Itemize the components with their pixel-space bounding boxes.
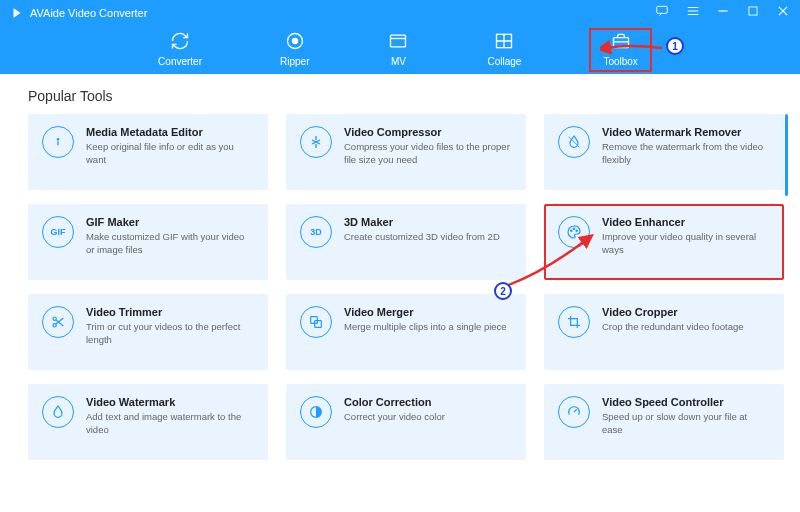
close-icon[interactable] [776, 4, 790, 21]
tool-card-video-cropper[interactable]: Video CropperCrop the redundant video fo… [544, 294, 784, 370]
card-title: 3D Maker [344, 216, 500, 228]
tool-card-color-correction[interactable]: Color CorrectionCorrect your video color [286, 384, 526, 460]
scissors-icon [42, 306, 74, 338]
card-title: Video Watermark Remover [602, 126, 770, 138]
feedback-icon[interactable] [654, 4, 670, 21]
card-body: GIF MakerMake customized GIF with your v… [86, 216, 254, 268]
tab-mv[interactable]: MV [377, 28, 419, 72]
card-desc: Make customized GIF with your video or i… [86, 231, 254, 257]
section-title: Popular Tools [0, 74, 800, 114]
app-title: AVAide Video Converter [30, 7, 147, 19]
card-desc: Remove the watermark from the video flex… [602, 141, 770, 167]
card-title: Video Merger [344, 306, 507, 318]
tab-ripper[interactable]: Ripper [270, 28, 319, 72]
card-body: Video EnhancerImprove your video quality… [602, 216, 770, 268]
card-title: Video Speed Controller [602, 396, 770, 408]
tab-label: Toolbox [603, 56, 637, 67]
mv-icon [387, 31, 409, 51]
card-desc: Merge multiple clips into a single piece [344, 321, 507, 334]
tool-card-video-compressor[interactable]: Video CompressorCompress your video file… [286, 114, 526, 190]
card-body: Media Metadata EditorKeep original file … [86, 126, 254, 178]
svg-rect-14 [315, 321, 322, 328]
annotation-badge-1: 1 [666, 37, 684, 55]
tool-card-video-speed-controller[interactable]: Video Speed ControllerSpeed up or slow d… [544, 384, 784, 460]
merge-icon [300, 306, 332, 338]
tool-card-video-trimmer[interactable]: Video TrimmerTrim or cut your videos to … [28, 294, 268, 370]
card-body: Video Watermark RemoverRemove the waterm… [602, 126, 770, 178]
card-desc: Crop the redundant video footage [602, 321, 744, 334]
tool-card-video-merger[interactable]: Video MergerMerge multiple clips into a … [286, 294, 526, 370]
speed-icon [558, 396, 590, 428]
droplet-icon [558, 126, 590, 158]
minimize-icon[interactable] [716, 4, 730, 21]
card-title: Media Metadata Editor [86, 126, 254, 138]
card-body: 3D MakerCreate customized 3D video from … [344, 216, 500, 268]
ripper-icon [284, 31, 306, 51]
card-title: Color Correction [344, 396, 445, 408]
palette-icon [558, 216, 590, 248]
svg-point-9 [573, 228, 574, 229]
maximize-icon[interactable] [746, 4, 760, 21]
card-title: Video Compressor [344, 126, 512, 138]
card-desc: Correct your video color [344, 411, 445, 424]
drop-icon [42, 396, 74, 428]
card-desc: Compress your video files to the proper … [344, 141, 512, 167]
tool-card-3d-maker[interactable]: 3D3D MakerCreate customized 3D video fro… [286, 204, 526, 280]
tab-collage[interactable]: Collage [477, 28, 531, 72]
3D-icon: 3D [300, 216, 332, 248]
color-icon [300, 396, 332, 428]
card-body: Video CompressorCompress your video file… [344, 126, 512, 178]
info-icon [42, 126, 74, 158]
annotation-badge-2: 2 [494, 282, 512, 300]
svg-point-8 [571, 230, 572, 231]
tool-card-video-watermark-remover[interactable]: Video Watermark RemoverRemove the waterm… [544, 114, 784, 190]
svg-point-12 [53, 324, 56, 327]
crop-icon [558, 306, 590, 338]
vertical-scrollbar[interactable] [785, 114, 788, 196]
svg-rect-13 [311, 317, 318, 324]
card-title: GIF Maker [86, 216, 254, 228]
tool-card-video-watermark[interactable]: Video WatermarkAdd text and image waterm… [28, 384, 268, 460]
compress-icon [300, 126, 332, 158]
tab-label: Converter [158, 56, 202, 67]
svg-point-3 [292, 39, 297, 44]
tool-card-media-metadata-editor[interactable]: Media Metadata EditorKeep original file … [28, 114, 268, 190]
svg-point-10 [576, 230, 577, 231]
card-body: Video WatermarkAdd text and image waterm… [86, 396, 254, 448]
tool-card-gif-maker[interactable]: GIFGIF MakerMake customized GIF with you… [28, 204, 268, 280]
card-title: Video Cropper [602, 306, 744, 318]
tab-label: Ripper [280, 56, 309, 67]
card-desc: Create customized 3D video from 2D [344, 231, 500, 244]
card-body: Color CorrectionCorrect your video color [344, 396, 445, 448]
app-header: AVAide Video Converter Converter Ripper … [0, 0, 800, 74]
svg-rect-6 [613, 38, 628, 48]
svg-point-11 [53, 317, 56, 320]
svg-rect-1 [749, 7, 757, 15]
card-desc: Add text and image watermark to the vide… [86, 411, 254, 437]
window-controls [654, 4, 790, 21]
card-body: Video Speed ControllerSpeed up or slow d… [602, 396, 770, 448]
collage-icon [493, 31, 515, 51]
tools-grid: Media Metadata EditorKeep original file … [28, 114, 778, 460]
card-title: Video Trimmer [86, 306, 254, 318]
tab-toolbox[interactable]: Toolbox [589, 28, 651, 72]
tab-converter[interactable]: Converter [148, 28, 212, 72]
svg-rect-0 [657, 6, 668, 13]
converter-icon [169, 31, 191, 51]
card-body: Video MergerMerge multiple clips into a … [344, 306, 507, 358]
card-desc: Speed up or slow down your file at ease [602, 411, 770, 437]
menu-icon[interactable] [686, 4, 700, 21]
tool-card-video-enhancer[interactable]: Video EnhancerImprove your video quality… [544, 204, 784, 280]
card-desc: Improve your video quality in several wa… [602, 231, 770, 257]
svg-rect-4 [391, 35, 406, 47]
card-title: Video Enhancer [602, 216, 770, 228]
card-body: Video TrimmerTrim or cut your videos to … [86, 306, 254, 358]
GIF-icon: GIF [42, 216, 74, 248]
card-desc: Trim or cut your videos to the perfect l… [86, 321, 254, 347]
tab-label: Collage [487, 56, 521, 67]
app-logo-icon [10, 6, 24, 20]
tab-label: MV [391, 56, 406, 67]
svg-point-7 [57, 139, 58, 140]
card-body: Video CropperCrop the redundant video fo… [602, 306, 744, 358]
card-title: Video Watermark [86, 396, 254, 408]
